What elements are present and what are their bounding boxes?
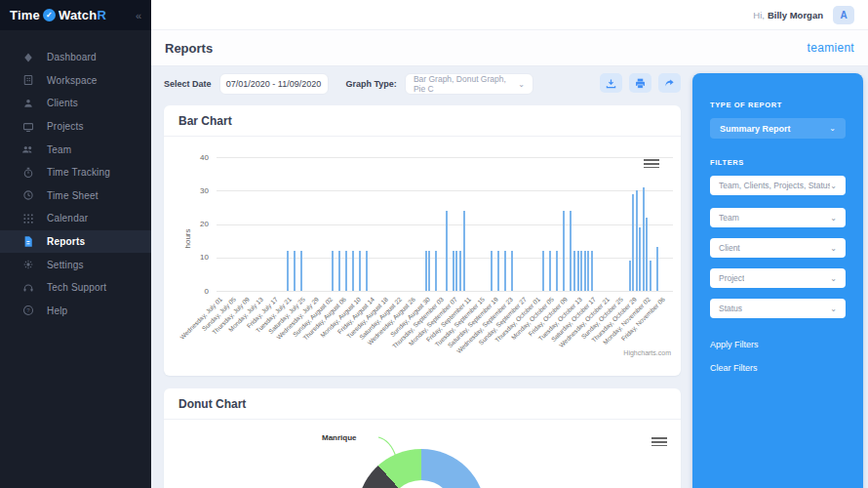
- username-text: Billy Morgan: [768, 10, 823, 20]
- sidebar-item-workspace[interactable]: Workspace: [0, 69, 151, 93]
- chevron-down-icon: ⌄: [830, 305, 837, 313]
- share-icon: [664, 78, 675, 89]
- bar-chart-title: Bar Chart: [178, 114, 232, 128]
- date-range-input[interactable]: 07/01/2020 - 11/09/2020: [219, 73, 329, 95]
- select-date-label: Select Date: [164, 79, 212, 89]
- bar: [639, 227, 641, 291]
- filter-selects: Team⌄Client⌄Project⌄Status⌄: [710, 208, 846, 318]
- sidebar-item-label: Reports: [47, 236, 85, 247]
- avatar[interactable]: A: [833, 6, 854, 24]
- filter-summary-value: Team, Clients, Projects, Status: [719, 181, 830, 190]
- print-button[interactable]: [629, 73, 651, 93]
- sidebar-item-label: Help: [47, 305, 67, 316]
- filter-select-project[interactable]: Project⌄: [710, 268, 846, 288]
- chevron-down-icon: ⌄: [830, 182, 837, 190]
- filter-select-client[interactable]: Client⌄: [710, 238, 846, 258]
- bar-chart-plot: hours Highcharts.com 010203040Wednesday,…: [164, 137, 681, 376]
- sidebar-item-help[interactable]: ?Help: [0, 300, 151, 323]
- donut-chart-plot: Manrique: [164, 420, 681, 488]
- bar: [549, 251, 551, 291]
- greeting-text: Hi,: [753, 10, 765, 20]
- bar: [352, 251, 354, 291]
- time-sheet-icon: [21, 189, 34, 202]
- bar: [453, 251, 454, 291]
- sidebar-item-settings[interactable]: Settings: [0, 253, 151, 276]
- sidebar-item-tech-support[interactable]: Tech Support: [0, 276, 151, 300]
- filter-select-value: Team: [719, 213, 739, 223]
- y-axis-tick: 20: [179, 220, 209, 228]
- clear-filters-link[interactable]: Clear Filters: [710, 363, 846, 373]
- filter-summary-select[interactable]: Team, Clients, Projects, Status ⌄: [710, 176, 846, 195]
- page-title: Reports: [165, 41, 213, 56]
- highcharts-credit[interactable]: Highcharts.com: [623, 349, 671, 356]
- bar: [497, 251, 499, 291]
- sidebar-collapse-icon[interactable]: «: [136, 10, 141, 21]
- graph-type-select[interactable]: Bar Graph, Donut Graph, Pie C ⌄: [405, 73, 533, 95]
- sidebar-item-label: Workspace: [47, 75, 98, 86]
- bar: [287, 251, 289, 291]
- label-connector-line: [376, 435, 404, 459]
- dashboard-icon: [21, 51, 34, 63]
- chevron-down-icon: ⌄: [830, 214, 837, 223]
- help-icon: ?: [21, 305, 34, 317]
- bar: [463, 211, 465, 291]
- download-icon: [606, 78, 616, 89]
- y-axis-tick: 0: [179, 287, 209, 296]
- chart-menu-icon[interactable]: [644, 157, 659, 171]
- filters-heading: FILTERS: [710, 158, 846, 167]
- content: Select Date 07/01/2020 - 11/09/2020 Grap…: [151, 66, 868, 488]
- bar: [643, 187, 645, 291]
- logo-text-time: Time: [10, 8, 40, 22]
- bar: [338, 251, 340, 291]
- filter-select-team[interactable]: Team⌄: [710, 208, 846, 227]
- sidebar-item-time-sheet[interactable]: Time Sheet: [0, 184, 151, 208]
- download-button[interactable]: [600, 73, 622, 93]
- brand-link[interactable]: teamient: [808, 41, 854, 55]
- toolbar-actions: [600, 73, 681, 93]
- sidebar-item-label: Projects: [47, 121, 84, 132]
- bar: [591, 251, 593, 291]
- chart-menu-icon[interactable]: [651, 435, 667, 449]
- sidebar-item-label: Settings: [47, 260, 84, 270]
- sidebar: Time ✓ WatchR « DashboardWorkspaceClient…: [0, 0, 151, 488]
- sidebar-item-label: Tech Support: [47, 282, 106, 293]
- sidebar-item-label: Calendar: [47, 213, 88, 224]
- filter-select-status[interactable]: Status⌄: [710, 299, 846, 318]
- sidebar-item-dashboard[interactable]: Dashboard: [0, 46, 151, 69]
- sidebar-item-projects[interactable]: Projects: [0, 115, 151, 139]
- sidebar-item-reports[interactable]: Reports: [0, 230, 151, 254]
- clock-logo-icon: ✓: [43, 9, 56, 21]
- sidebar-item-team[interactable]: Team: [0, 138, 151, 161]
- bar: [632, 194, 634, 291]
- bar: [435, 251, 437, 291]
- sidebar-item-label: Time Tracking: [47, 167, 110, 178]
- bar: [366, 251, 368, 291]
- bar: [428, 251, 430, 291]
- graph-type-value: Bar Graph, Donut Graph, Pie C: [414, 74, 518, 94]
- share-button[interactable]: [658, 73, 681, 93]
- bar: [345, 251, 347, 291]
- filter-select-value: Status: [719, 304, 742, 313]
- bar: [656, 247, 658, 291]
- chevron-down-icon: ⌄: [518, 80, 525, 89]
- sidebar-item-time-tracking[interactable]: Time Tracking: [0, 161, 151, 184]
- sidebar-item-clients[interactable]: Clients: [0, 92, 151, 115]
- clients-icon: [21, 97, 34, 109]
- report-type-select[interactable]: Summary Report ⌄: [710, 118, 846, 139]
- bar: [587, 251, 589, 291]
- subheader: Reports teamient: [151, 30, 868, 66]
- bar: [577, 251, 579, 291]
- donut-chart-title: Donut Chart: [178, 397, 246, 411]
- chevron-down-icon: ⌄: [829, 124, 836, 133]
- time-tracking-icon: [21, 166, 34, 179]
- y-axis-tick: 30: [179, 186, 209, 195]
- apply-filters-link[interactable]: Apply Filters: [710, 340, 846, 349]
- bar: [570, 211, 572, 291]
- team-icon: [21, 143, 34, 156]
- sidebar-item-calendar[interactable]: Calendar: [0, 207, 151, 230]
- type-of-report-heading: TYPE OF REPORT: [710, 101, 846, 109]
- bar: [511, 251, 513, 291]
- bar: [459, 251, 461, 291]
- report-type-value: Summary Report: [720, 124, 791, 134]
- donut-chart-card-header: Donut Chart: [164, 388, 681, 420]
